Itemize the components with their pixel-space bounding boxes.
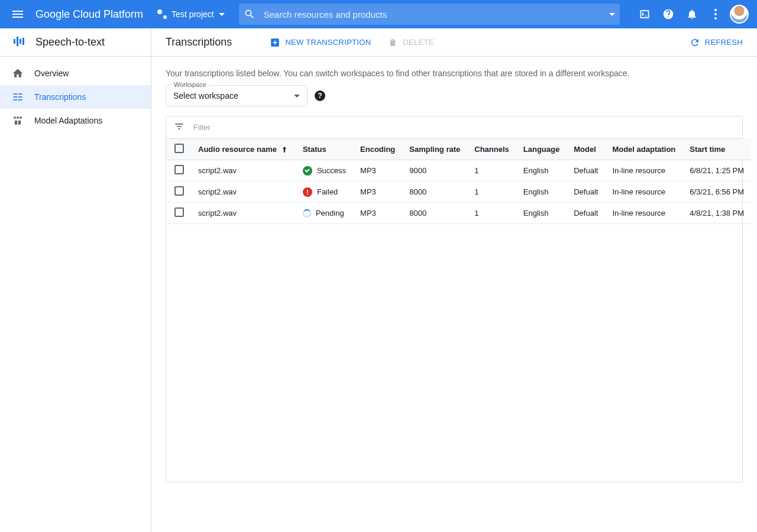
refresh-button[interactable]: REFRESH (690, 37, 743, 48)
refresh-icon (690, 37, 700, 48)
col-encoding[interactable]: Encoding (353, 139, 402, 160)
project-name: Test project (172, 9, 214, 19)
cell-status: Pending (296, 203, 353, 224)
col-audio-name[interactable]: Audio resource name (191, 139, 296, 160)
col-status[interactable]: Status (296, 139, 353, 160)
col-start[interactable]: Start time (682, 139, 751, 160)
svg-rect-14 (18, 121, 21, 125)
delete-label: DELETE (403, 38, 434, 47)
cell-start: 6/8/21, 1:25 PM (682, 160, 751, 181)
new-transcription-button[interactable]: NEW TRANSCRIPTION (270, 37, 371, 48)
svg-rect-10 (14, 116, 15, 118)
col-adaptation[interactable]: Model adaptation (605, 139, 682, 160)
success-icon (303, 166, 312, 176)
select-all-checkbox[interactable] (174, 144, 184, 153)
search-input[interactable] (263, 9, 602, 20)
platform-logo[interactable]: Google Cloud Platform (35, 8, 143, 21)
cell-language: English (516, 181, 567, 203)
home-icon (12, 67, 24, 79)
col-channels[interactable]: Channels (467, 139, 516, 160)
cell-status: !Failed (296, 181, 353, 203)
table-row[interactable]: script2.wavPendingMP380001EnglishDefualt… (166, 203, 751, 224)
top-bar: Google Cloud Platform Test project (0, 0, 757, 28)
cell-language: English (516, 160, 567, 181)
notifications-button[interactable] (681, 4, 703, 25)
error-icon: ! (303, 187, 312, 197)
search-bar[interactable] (239, 4, 620, 25)
sort-asc-icon (280, 145, 289, 154)
svg-rect-5 (14, 96, 18, 98)
table-row[interactable]: script2.wavSuccessMP390001EnglishDefualt… (166, 160, 751, 181)
cell-start: 6/3/21, 6:56 PM (682, 181, 751, 203)
col-model[interactable]: Model (567, 139, 605, 160)
cell-channels: 1 (467, 181, 516, 203)
cell-language: English (516, 203, 567, 224)
svg-rect-8 (18, 96, 22, 98)
workspace-select-label: Workspace (172, 81, 209, 88)
cell-encoding: MP3 (353, 181, 402, 203)
svg-rect-7 (18, 93, 22, 95)
nav-menu-button[interactable] (7, 4, 28, 25)
table-row[interactable]: script2.wav!FailedMP380001EnglishDefualt… (166, 181, 751, 203)
bell-icon (686, 8, 698, 20)
model-adaptations-icon (12, 115, 24, 126)
filter-input[interactable] (192, 122, 735, 132)
svg-rect-1 (17, 37, 18, 46)
help-button[interactable] (658, 4, 679, 25)
new-transcription-label: NEW TRANSCRIPTION (285, 38, 371, 47)
cell-model: Defualt (567, 203, 605, 224)
row-checkbox[interactable] (174, 207, 184, 217)
account-button[interactable] (729, 4, 750, 25)
sidebar-item-transcriptions[interactable]: Transcriptions (0, 85, 151, 109)
workspace-select[interactable]: Workspace Select workspace (166, 85, 308, 106)
svg-rect-11 (17, 116, 18, 118)
table-header-row: Audio resource name Status Encoding Samp… (166, 139, 751, 160)
cell-channels: 1 (467, 160, 516, 181)
cell-start: 4/8/21, 1:38 PM (682, 203, 751, 224)
cell-sampling: 8000 (402, 181, 467, 203)
svg-rect-2 (20, 39, 21, 44)
sidebar-item-overview[interactable]: Overview (0, 61, 151, 85)
svg-rect-6 (14, 99, 18, 100)
cloud-shell-button[interactable] (634, 4, 655, 25)
cell-status: Success (296, 160, 353, 181)
svg-rect-12 (20, 116, 21, 118)
cell-sampling: 8000 (402, 203, 467, 224)
workspace-select-value: Select workspace (173, 91, 238, 100)
row-checkbox[interactable] (174, 186, 184, 196)
svg-rect-13 (15, 121, 17, 125)
avatar (730, 5, 749, 24)
sidebar-item-label: Model Adaptations (34, 116, 102, 125)
delete-button: DELETE (387, 37, 434, 48)
caret-down-icon (294, 95, 300, 98)
cell-encoding: MP3 (353, 160, 402, 181)
search-icon (244, 8, 255, 20)
svg-rect-0 (14, 39, 15, 44)
col-sampling[interactable]: Sampling rate (402, 139, 467, 160)
pending-spinner-icon (303, 209, 311, 218)
workspace-help-button[interactable]: ? (315, 90, 325, 101)
svg-rect-4 (14, 93, 18, 95)
main-content: Transcriptions NEW TRANSCRIPTION DELETE … (151, 28, 757, 532)
more-vert-icon (714, 9, 717, 20)
more-button[interactable] (705, 4, 726, 25)
trash-icon (387, 37, 398, 48)
sidebar-nav: Overview Transcriptions Model Adaptation… (0, 57, 151, 132)
search-dropdown-icon[interactable] (609, 13, 615, 16)
cell-model: Defualt (567, 160, 605, 181)
cell-adaptation: In-line resource (605, 160, 682, 181)
sidebar-item-model-adaptations[interactable]: Model Adaptations (0, 109, 151, 132)
product-title: Speech-to-text (35, 36, 105, 48)
refresh-label: REFRESH (705, 38, 743, 47)
help-icon (662, 8, 674, 20)
cell-sampling: 9000 (402, 160, 467, 181)
project-picker[interactable]: Test project (157, 9, 225, 19)
speech-to-text-icon (12, 34, 26, 50)
col-language[interactable]: Language (516, 139, 567, 160)
add-box-icon (270, 37, 280, 48)
cell-name: script2.wav (191, 160, 296, 181)
sidebar-item-label: Overview (34, 69, 69, 78)
transcriptions-icon (12, 91, 24, 103)
row-checkbox[interactable] (174, 165, 184, 174)
filter-bar[interactable] (166, 116, 742, 139)
